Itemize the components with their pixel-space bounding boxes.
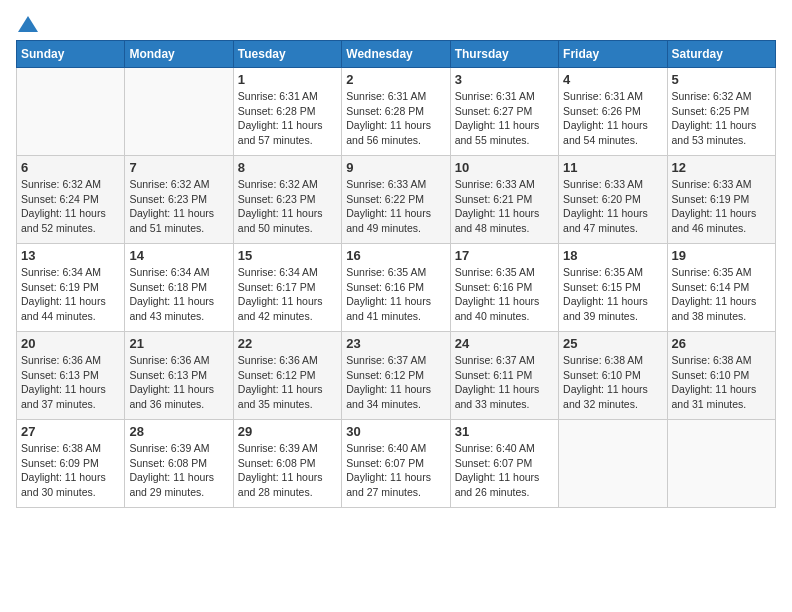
- day-info: Sunrise: 6:33 AM Sunset: 6:22 PM Dayligh…: [346, 177, 445, 236]
- calendar-day-cell: [17, 68, 125, 156]
- day-info: Sunrise: 6:36 AM Sunset: 6:13 PM Dayligh…: [129, 353, 228, 412]
- calendar-day-cell: 25Sunrise: 6:38 AM Sunset: 6:10 PM Dayli…: [559, 332, 667, 420]
- day-info: Sunrise: 6:34 AM Sunset: 6:18 PM Dayligh…: [129, 265, 228, 324]
- calendar-day-cell: [667, 420, 775, 508]
- day-number: 30: [346, 424, 445, 439]
- calendar-header-thursday: Thursday: [450, 41, 558, 68]
- day-info: Sunrise: 6:31 AM Sunset: 6:28 PM Dayligh…: [238, 89, 337, 148]
- calendar-day-cell: 29Sunrise: 6:39 AM Sunset: 6:08 PM Dayli…: [233, 420, 341, 508]
- day-info: Sunrise: 6:38 AM Sunset: 6:10 PM Dayligh…: [563, 353, 662, 412]
- day-number: 10: [455, 160, 554, 175]
- page-header: [16, 16, 776, 32]
- calendar-day-cell: 20Sunrise: 6:36 AM Sunset: 6:13 PM Dayli…: [17, 332, 125, 420]
- day-info: Sunrise: 6:38 AM Sunset: 6:10 PM Dayligh…: [672, 353, 771, 412]
- day-info: Sunrise: 6:35 AM Sunset: 6:16 PM Dayligh…: [346, 265, 445, 324]
- calendar-day-cell: [125, 68, 233, 156]
- day-info: Sunrise: 6:35 AM Sunset: 6:15 PM Dayligh…: [563, 265, 662, 324]
- day-number: 19: [672, 248, 771, 263]
- calendar-week-row: 27Sunrise: 6:38 AM Sunset: 6:09 PM Dayli…: [17, 420, 776, 508]
- day-info: Sunrise: 6:33 AM Sunset: 6:19 PM Dayligh…: [672, 177, 771, 236]
- day-number: 28: [129, 424, 228, 439]
- calendar-day-cell: 17Sunrise: 6:35 AM Sunset: 6:16 PM Dayli…: [450, 244, 558, 332]
- day-info: Sunrise: 6:32 AM Sunset: 6:25 PM Dayligh…: [672, 89, 771, 148]
- day-info: Sunrise: 6:36 AM Sunset: 6:12 PM Dayligh…: [238, 353, 337, 412]
- calendar-day-cell: 11Sunrise: 6:33 AM Sunset: 6:20 PM Dayli…: [559, 156, 667, 244]
- day-number: 29: [238, 424, 337, 439]
- calendar-day-cell: 10Sunrise: 6:33 AM Sunset: 6:21 PM Dayli…: [450, 156, 558, 244]
- day-number: 2: [346, 72, 445, 87]
- calendar-day-cell: 31Sunrise: 6:40 AM Sunset: 6:07 PM Dayli…: [450, 420, 558, 508]
- day-info: Sunrise: 6:31 AM Sunset: 6:28 PM Dayligh…: [346, 89, 445, 148]
- calendar-day-cell: 27Sunrise: 6:38 AM Sunset: 6:09 PM Dayli…: [17, 420, 125, 508]
- day-number: 11: [563, 160, 662, 175]
- day-number: 18: [563, 248, 662, 263]
- day-info: Sunrise: 6:32 AM Sunset: 6:23 PM Dayligh…: [238, 177, 337, 236]
- calendar-day-cell: 18Sunrise: 6:35 AM Sunset: 6:15 PM Dayli…: [559, 244, 667, 332]
- day-info: Sunrise: 6:33 AM Sunset: 6:20 PM Dayligh…: [563, 177, 662, 236]
- calendar-day-cell: 9Sunrise: 6:33 AM Sunset: 6:22 PM Daylig…: [342, 156, 450, 244]
- calendar-header-wednesday: Wednesday: [342, 41, 450, 68]
- day-number: 4: [563, 72, 662, 87]
- day-info: Sunrise: 6:40 AM Sunset: 6:07 PM Dayligh…: [346, 441, 445, 500]
- calendar-day-cell: 26Sunrise: 6:38 AM Sunset: 6:10 PM Dayli…: [667, 332, 775, 420]
- day-info: Sunrise: 6:32 AM Sunset: 6:24 PM Dayligh…: [21, 177, 120, 236]
- calendar-day-cell: 14Sunrise: 6:34 AM Sunset: 6:18 PM Dayli…: [125, 244, 233, 332]
- day-number: 6: [21, 160, 120, 175]
- calendar-day-cell: 22Sunrise: 6:36 AM Sunset: 6:12 PM Dayli…: [233, 332, 341, 420]
- day-info: Sunrise: 6:34 AM Sunset: 6:19 PM Dayligh…: [21, 265, 120, 324]
- calendar-day-cell: 13Sunrise: 6:34 AM Sunset: 6:19 PM Dayli…: [17, 244, 125, 332]
- calendar-week-row: 13Sunrise: 6:34 AM Sunset: 6:19 PM Dayli…: [17, 244, 776, 332]
- day-number: 26: [672, 336, 771, 351]
- day-number: 5: [672, 72, 771, 87]
- day-number: 20: [21, 336, 120, 351]
- day-number: 14: [129, 248, 228, 263]
- calendar-day-cell: 16Sunrise: 6:35 AM Sunset: 6:16 PM Dayli…: [342, 244, 450, 332]
- calendar-header-monday: Monday: [125, 41, 233, 68]
- calendar-day-cell: 2Sunrise: 6:31 AM Sunset: 6:28 PM Daylig…: [342, 68, 450, 156]
- calendar-day-cell: 30Sunrise: 6:40 AM Sunset: 6:07 PM Dayli…: [342, 420, 450, 508]
- day-info: Sunrise: 6:33 AM Sunset: 6:21 PM Dayligh…: [455, 177, 554, 236]
- calendar-day-cell: 12Sunrise: 6:33 AM Sunset: 6:19 PM Dayli…: [667, 156, 775, 244]
- calendar-day-cell: 8Sunrise: 6:32 AM Sunset: 6:23 PM Daylig…: [233, 156, 341, 244]
- calendar-day-cell: 3Sunrise: 6:31 AM Sunset: 6:27 PM Daylig…: [450, 68, 558, 156]
- day-number: 13: [21, 248, 120, 263]
- day-number: 22: [238, 336, 337, 351]
- day-number: 21: [129, 336, 228, 351]
- day-number: 17: [455, 248, 554, 263]
- day-info: Sunrise: 6:37 AM Sunset: 6:12 PM Dayligh…: [346, 353, 445, 412]
- calendar-header-friday: Friday: [559, 41, 667, 68]
- calendar-header-tuesday: Tuesday: [233, 41, 341, 68]
- calendar-header-sunday: Sunday: [17, 41, 125, 68]
- day-number: 23: [346, 336, 445, 351]
- calendar-day-cell: 5Sunrise: 6:32 AM Sunset: 6:25 PM Daylig…: [667, 68, 775, 156]
- calendar-day-cell: 1Sunrise: 6:31 AM Sunset: 6:28 PM Daylig…: [233, 68, 341, 156]
- day-info: Sunrise: 6:35 AM Sunset: 6:16 PM Dayligh…: [455, 265, 554, 324]
- day-info: Sunrise: 6:39 AM Sunset: 6:08 PM Dayligh…: [129, 441, 228, 500]
- calendar-week-row: 6Sunrise: 6:32 AM Sunset: 6:24 PM Daylig…: [17, 156, 776, 244]
- calendar-week-row: 1Sunrise: 6:31 AM Sunset: 6:28 PM Daylig…: [17, 68, 776, 156]
- day-number: 3: [455, 72, 554, 87]
- calendar-day-cell: 24Sunrise: 6:37 AM Sunset: 6:11 PM Dayli…: [450, 332, 558, 420]
- calendar-table: SundayMondayTuesdayWednesdayThursdayFrid…: [16, 40, 776, 508]
- calendar-day-cell: 6Sunrise: 6:32 AM Sunset: 6:24 PM Daylig…: [17, 156, 125, 244]
- day-info: Sunrise: 6:40 AM Sunset: 6:07 PM Dayligh…: [455, 441, 554, 500]
- day-info: Sunrise: 6:37 AM Sunset: 6:11 PM Dayligh…: [455, 353, 554, 412]
- day-number: 31: [455, 424, 554, 439]
- calendar-day-cell: 19Sunrise: 6:35 AM Sunset: 6:14 PM Dayli…: [667, 244, 775, 332]
- logo-triangle-icon: [18, 16, 38, 32]
- calendar-day-cell: 7Sunrise: 6:32 AM Sunset: 6:23 PM Daylig…: [125, 156, 233, 244]
- day-info: Sunrise: 6:35 AM Sunset: 6:14 PM Dayligh…: [672, 265, 771, 324]
- calendar-day-cell: [559, 420, 667, 508]
- day-number: 8: [238, 160, 337, 175]
- calendar-header-row: SundayMondayTuesdayWednesdayThursdayFrid…: [17, 41, 776, 68]
- day-number: 16: [346, 248, 445, 263]
- calendar-header-saturday: Saturday: [667, 41, 775, 68]
- day-number: 15: [238, 248, 337, 263]
- day-info: Sunrise: 6:32 AM Sunset: 6:23 PM Dayligh…: [129, 177, 228, 236]
- day-info: Sunrise: 6:34 AM Sunset: 6:17 PM Dayligh…: [238, 265, 337, 324]
- logo: [16, 16, 38, 32]
- day-number: 25: [563, 336, 662, 351]
- day-number: 9: [346, 160, 445, 175]
- day-info: Sunrise: 6:39 AM Sunset: 6:08 PM Dayligh…: [238, 441, 337, 500]
- day-info: Sunrise: 6:36 AM Sunset: 6:13 PM Dayligh…: [21, 353, 120, 412]
